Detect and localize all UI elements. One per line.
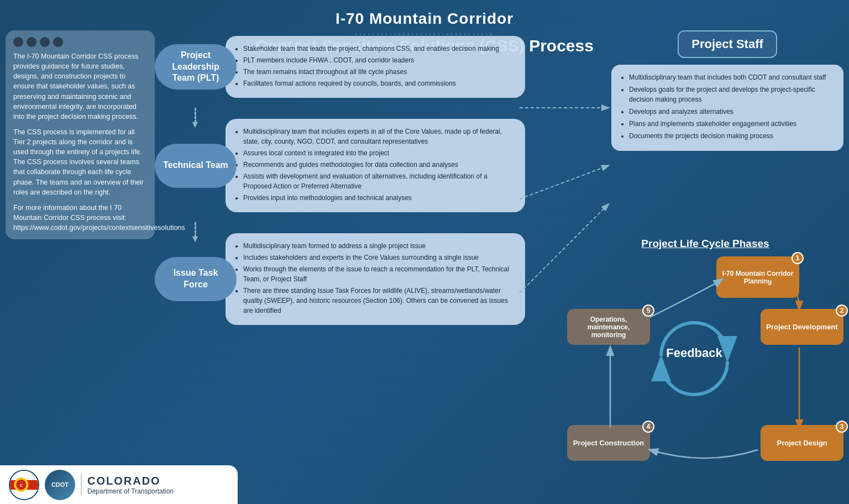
team-row-itf: Issue Task Force Multidisciplinary team … [155, 233, 525, 325]
technical-bullet-3: Recommends and guides methodologies for … [243, 160, 516, 170]
project-staff-bullets: Multidisciplinary team that includes bot… [620, 72, 835, 141]
technical-bullet-4: Assists with development and evaluation … [243, 171, 516, 191]
sidebar-text3: For more information about the I 70 Moun… [13, 203, 147, 233]
staff-bullet-4: Plans and implements stakeholder engagem… [629, 119, 835, 129]
itf-bullet-4: There are three standing Issue Task Forc… [243, 286, 516, 316]
phase-2-num: 2 [836, 305, 848, 317]
plt-bullet-3: The team remains intact throughout all l… [243, 67, 516, 77]
itf-bullet-2: Includes stakeholders and experts in the… [243, 253, 516, 262]
phase-5-num: 5 [642, 305, 654, 317]
team-row-plt: Project Leadership Team (PLT) Stakeholde… [155, 36, 525, 98]
technical-bullet-2: Assures local context is integrated into… [243, 148, 516, 158]
svg-text:C: C [20, 482, 23, 487]
main-page: I-70 Mountain Corridor .................… [0, 0, 849, 504]
dashed-connector-2: ▼ [195, 222, 525, 228]
sidebar-dot-3 [40, 37, 50, 47]
cdot-logo: CDOT [45, 470, 75, 500]
sidebar-text1: The I-70 Mountain Corridor CSS process p… [13, 51, 147, 122]
sidebar-text2: The CSS process is implemented for all T… [13, 127, 147, 197]
teams-section: Project Leadership Team (PLT) Stakeholde… [155, 30, 525, 335]
dashed-connector-1: ▼ [195, 108, 525, 113]
plt-label: Project Leadership Team (PLT) [155, 44, 237, 90]
staff-bullet-5: Documents the projects decision making p… [629, 131, 835, 141]
sidebar-dots [13, 37, 147, 47]
sidebar-dot-1 [13, 37, 23, 47]
right-section: Project Staff Multidisciplinary team tha… [611, 30, 843, 151]
sidebar-dot-2 [27, 37, 36, 47]
plt-bullet-4: Facilitates formal actions required by c… [243, 78, 516, 88]
phase-2-label: Project Development [766, 323, 837, 331]
phase-4-box: 4 Project Construction [567, 425, 650, 461]
colorado-flag-logo: C [9, 470, 39, 500]
staff-bullet-3: Develops and analyzes alternatives [629, 107, 835, 117]
bottom-bar: C CDOT COLORADO Department of Transporta… [0, 465, 238, 504]
technical-bullet-1: Multidisciplinary team that includes exp… [243, 127, 516, 146]
sidebar-dot-4 [53, 37, 63, 47]
project-staff-content: Multidisciplinary team that includes bot… [611, 65, 843, 151]
phase-5-label: Operations, maintenance, monitoring [572, 316, 646, 339]
phase-3-box: 3 Project Design [761, 425, 843, 461]
cdot-label: CDOT [51, 481, 69, 488]
staff-bullet-1: Multidisciplinary team that includes bot… [629, 72, 835, 82]
left-sidebar: The I-70 Mountain Corridor CSS process p… [6, 30, 155, 239]
phase-2-box: 2 Project Development [761, 309, 843, 345]
phase-4-label: Project Construction [573, 439, 644, 447]
colorado-text: COLORADO [87, 475, 174, 487]
phase-3-label: Project Design [777, 439, 827, 447]
itf-bullet-1: Multidisciplinary team formed to address… [243, 241, 516, 251]
team-row-technical: Technical Team Multidisciplinary team th… [155, 119, 525, 212]
plt-bullet-2: PLT members include FHWA , CDOT, and cor… [243, 55, 516, 65]
header-title1: I-70 Mountain Corridor [0, 10, 849, 28]
cycle-diagram: Feedback 1 I-70 Mountain Corridor Planni… [567, 256, 843, 472]
technical-bullets: Multidisciplinary team that includes exp… [234, 127, 516, 203]
project-staff-title: Project Staff [678, 30, 777, 58]
logo-text-block: COLORADO Department of Transportation [87, 475, 174, 495]
logo-divider [81, 474, 82, 496]
phase-1-box: 1 I-70 Mountain Corridor Planning [716, 256, 799, 298]
technical-content: Multidisciplinary team that includes exp… [226, 119, 525, 212]
plt-bullet-1: Stakeholder team that leads the project,… [243, 44, 516, 54]
itf-bullet-3: Works through the elements of the issue … [243, 264, 516, 284]
phase-1-num: 1 [792, 252, 804, 264]
lifecycle-title: Project Life Cycle Phases [567, 238, 843, 250]
itf-content: Multidisciplinary team formed to address… [226, 233, 525, 325]
plt-bullets: Stakeholder team that leads the project,… [234, 44, 516, 88]
phase-5-box: 5 Operations, maintenance, monitoring [567, 309, 650, 345]
phase-3-num: 3 [836, 421, 848, 433]
staff-bullet-2: Develops goals for the project and devel… [629, 85, 835, 104]
phase-4-num: 4 [642, 421, 654, 433]
technical-bullet-5: Provides input into methodologies and te… [243, 193, 516, 203]
technical-label: Technical Team [155, 144, 237, 188]
feedback-label: Feedback [650, 337, 738, 370]
lifecycle-section: Project Life Cycle Phases [567, 238, 843, 472]
itf-bullets: Multidisciplinary team formed to address… [234, 241, 516, 316]
department-text: Department of Transportation [87, 487, 174, 495]
itf-label: Issue Task Force [155, 257, 237, 301]
phase-1-label: I-70 Mountain Corridor Planning [721, 270, 795, 285]
svg-line-1 [520, 166, 608, 199]
plt-content: Stakeholder team that leads the project,… [226, 36, 525, 98]
